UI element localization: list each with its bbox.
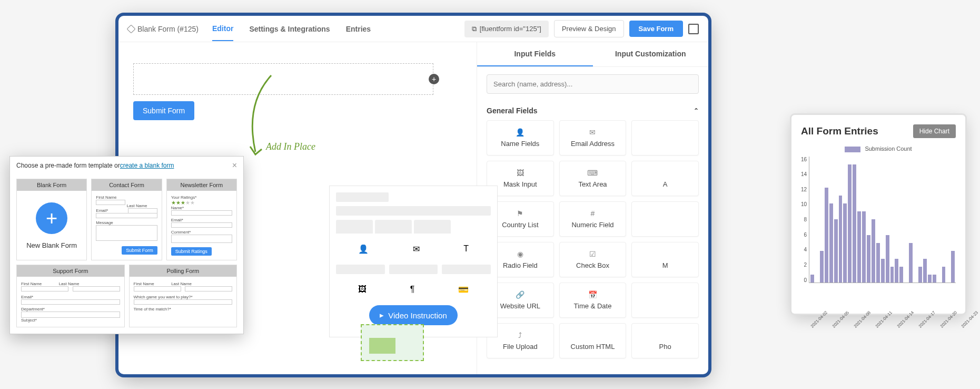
field-icon: 👤 <box>490 128 550 137</box>
field-icon: ⤴ <box>490 331 550 339</box>
search-input[interactable] <box>487 74 699 94</box>
card-icon: 💳 <box>458 285 469 295</box>
x-axis: 2021-04-022021-04-052021-04-082021-04-11… <box>811 325 956 329</box>
field-card[interactable] <box>631 283 699 318</box>
chart-bar <box>857 211 861 282</box>
chart-title: All Form Entries <box>801 125 878 137</box>
field-card[interactable]: 📅Time & Date <box>559 283 627 318</box>
template-contact[interactable]: Contact Form First Name Last Name Email*… <box>91 179 162 260</box>
field-label: Country List <box>490 221 550 229</box>
mail-icon: ✉ <box>413 244 420 254</box>
field-card[interactable] <box>631 201 699 237</box>
field-icon <box>635 169 695 177</box>
field-icon <box>635 250 695 258</box>
chart-bar <box>867 235 870 283</box>
template-newsletter[interactable]: Newsletter Form Your Ratings* ★★★★★ Name… <box>166 179 237 260</box>
field-icon <box>563 331 623 339</box>
template-title: Support Form <box>17 265 124 277</box>
shortcode-box[interactable]: ⧉ [fluentform id="125"] <box>464 21 549 37</box>
image-icon: 🖼 <box>358 285 367 295</box>
chart-bar <box>820 251 824 283</box>
user-icon: 👤 <box>358 244 369 254</box>
hide-chart-button[interactable]: Hide Chart <box>913 124 956 138</box>
field-icon: ☑ <box>563 250 623 258</box>
template-support[interactable]: Support Form First Name Last Name Email*… <box>16 265 125 327</box>
plus-icon: + <box>36 202 67 234</box>
field-label: Pho <box>635 343 695 351</box>
tab-settings[interactable]: Settings & Integrations <box>249 17 330 41</box>
template-title: Polling Form <box>130 265 237 277</box>
chevron-up-icon: ⌃ <box>694 107 699 114</box>
preview-button[interactable]: Preview & Design <box>554 20 624 37</box>
fields-sidebar: Input Fields Input Customization General… <box>477 42 708 374</box>
field-label: Mask Input <box>490 180 550 188</box>
modal-header: Choose a pre-made form template or creat… <box>10 157 243 174</box>
chart-bar <box>872 219 875 283</box>
text-icon: T <box>463 244 469 254</box>
chart-bar <box>886 235 889 283</box>
field-card[interactable]: 👤Name Fields <box>487 120 554 155</box>
chart-bar <box>899 267 903 283</box>
field-label: M <box>635 261 695 269</box>
field-label: A <box>635 180 695 188</box>
add-field-button[interactable]: + <box>429 74 439 84</box>
tab-editor[interactable]: Editor <box>212 17 233 41</box>
tpl-submit: Submit Ratings <box>171 247 212 256</box>
play-icon: ▸ <box>380 310 384 320</box>
field-card[interactable]: Custom HTML <box>559 323 627 358</box>
fullscreen-icon[interactable] <box>688 24 699 34</box>
chart-bar <box>862 211 866 282</box>
form-name[interactable]: Blank Form (#125) <box>128 25 199 33</box>
chart-legend: Submission Count <box>801 145 956 152</box>
video-instruction-button[interactable]: ▸ Video Instruction <box>369 305 457 325</box>
chart-bar <box>918 267 922 283</box>
field-card[interactable]: ☑Check Box <box>559 242 627 277</box>
field-label: Radio Field <box>490 261 550 269</box>
field-card[interactable]: ✉Email Address <box>559 120 627 155</box>
field-card[interactable]: Pho <box>631 323 699 358</box>
chart-bar <box>829 203 833 282</box>
template-polling[interactable]: Polling Form First Name Last Name Which … <box>129 265 237 327</box>
drag-preview <box>361 324 424 361</box>
chart-bar <box>848 164 852 283</box>
chart-bar <box>951 251 955 283</box>
chart-bar <box>810 275 814 283</box>
field-label: File Upload <box>490 343 550 351</box>
chart-bar <box>942 267 946 283</box>
section-general-fields[interactable]: General Fields ⌃ <box>477 101 708 120</box>
submit-form-button[interactable]: Submit Form <box>133 101 194 120</box>
field-icon <box>635 331 695 339</box>
copy-icon: ⧉ <box>472 25 477 33</box>
tab-input-fields[interactable]: Input Fields <box>477 42 593 66</box>
field-card[interactable]: A <box>631 161 699 196</box>
tab-entries[interactable]: Entries <box>346 17 371 41</box>
field-card[interactable]: M <box>631 242 699 277</box>
create-blank-link[interactable]: create a blank form <box>120 162 174 169</box>
template-title: Newsletter Form <box>167 179 236 191</box>
template-title: Blank Form <box>17 179 86 191</box>
arrow-annotation <box>240 73 292 162</box>
chart-plot <box>809 157 956 283</box>
chart-bar <box>834 219 838 283</box>
chart-bar <box>933 275 936 283</box>
field-icon: # <box>563 209 623 218</box>
field-icon: 📅 <box>563 290 623 299</box>
save-button[interactable]: Save Form <box>629 21 683 37</box>
paragraph-icon: ¶ <box>410 285 415 295</box>
close-icon[interactable]: × <box>232 161 237 170</box>
field-card[interactable] <box>631 120 699 155</box>
chart-bar <box>895 259 898 283</box>
template-title: Contact Form <box>92 179 161 191</box>
template-blank[interactable]: Blank Form + New Blank Form <box>16 179 87 260</box>
chart-bar <box>843 203 847 282</box>
field-label: Website URL <box>490 302 550 310</box>
field-icon <box>635 290 695 299</box>
field-icon: 🔗 <box>490 290 550 299</box>
legend-label: Submission Count <box>865 145 912 152</box>
field-card[interactable]: #Numeric Field <box>559 201 627 237</box>
field-card[interactable]: ⌨Text Area <box>559 161 627 196</box>
chart-bar <box>876 243 880 283</box>
chart-bar <box>839 196 843 282</box>
chart-bar <box>890 267 894 283</box>
tab-input-customization[interactable]: Input Customization <box>593 42 709 66</box>
